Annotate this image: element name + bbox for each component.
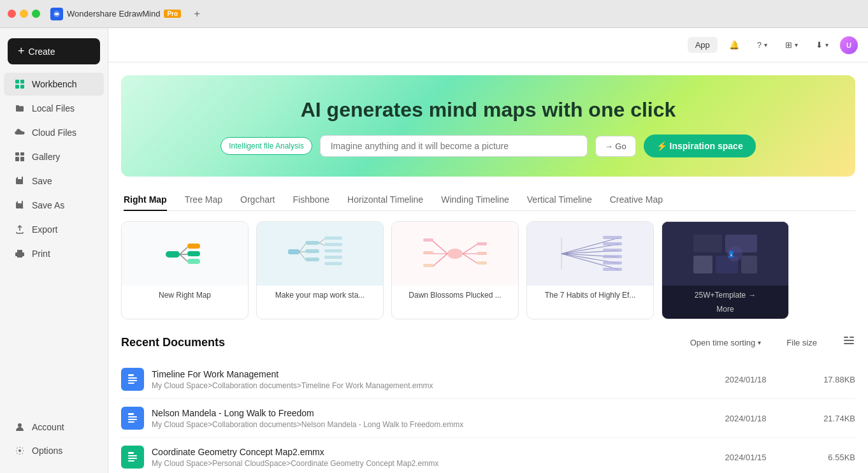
template-more-img: 👤 +	[662, 222, 788, 286]
svg-rect-28	[324, 243, 342, 246]
help-button[interactable]: ? ▾	[751, 36, 774, 54]
sidebar-item-workbench[interactable]: Workbench	[4, 73, 104, 96]
filesize-col-header: File size	[786, 338, 817, 347]
bell-icon: 🔔	[729, 40, 739, 50]
app-identity: Wondershare EdrawMind Pro	[50, 8, 181, 20]
doc-size-1: 21.74KB	[792, 414, 855, 423]
svg-line-14	[180, 254, 187, 261]
svg-rect-75	[128, 416, 137, 418]
help-icon: ?	[757, 40, 762, 50]
app-title: Wondershare EdrawMind	[67, 9, 160, 18]
banner-title: AI generates mind maps with one click	[134, 98, 843, 122]
svg-rect-43	[477, 252, 487, 255]
go-button[interactable]: → Go	[595, 136, 636, 157]
sidebar-gallery-label: Gallery	[32, 152, 60, 162]
sidebar-item-gallery[interactable]: Gallery	[4, 145, 104, 168]
svg-line-21	[300, 252, 305, 259]
template-card-dawn-blossoms[interactable]: Dawn Blossoms Plucked ...	[391, 221, 519, 319]
doc-row-1[interactable]: Nelson Mandela - Long Walk to Freedom My…	[121, 399, 855, 438]
inspiration-button[interactable]: ⚡ Inspiration space	[644, 135, 756, 157]
doc-size-2: 6.55KB	[792, 453, 855, 462]
bell-button[interactable]: 🔔	[723, 36, 746, 54]
tab-fishbone[interactable]: Fishbone	[293, 189, 330, 211]
sidebar-item-cloud-files[interactable]: Cloud Files	[4, 121, 104, 144]
svg-rect-27	[324, 236, 342, 240]
svg-line-26	[319, 243, 324, 245]
svg-line-19	[300, 244, 305, 252]
doc-path-0: My Cloud Space>Collaboration documents>T…	[152, 381, 700, 390]
download-icon: ⬇	[816, 40, 823, 50]
tab-tree-map[interactable]: Tree Map	[185, 189, 222, 211]
tab-winding-timeline[interactable]: Winding Timeline	[441, 189, 509, 211]
tab-creative-map[interactable]: Creative Map	[610, 189, 663, 211]
svg-rect-40	[423, 251, 433, 254]
template-card-seven-habits-label: The 7 Habits of Highly Ef...	[527, 286, 653, 305]
svg-rect-66	[844, 337, 848, 338]
download-button[interactable]: ⬇ ▾	[809, 36, 835, 54]
svg-rect-29	[324, 249, 342, 252]
doc-row-2[interactable]: Coordinate Geometry Concept Map2.emmx My…	[121, 438, 855, 473]
template-card-img-blank	[122, 222, 248, 286]
banner: AI generates mind maps with one click In…	[121, 75, 855, 177]
avatar[interactable]: U	[840, 36, 858, 54]
sort-button[interactable]: Open time sorting ▾	[690, 338, 762, 347]
doc-date-0: 2024/01/18	[707, 375, 784, 384]
tab-horizontal-timeline[interactable]: Horizontal Timeline	[347, 189, 423, 211]
tab-orgchart[interactable]: Orgchart	[240, 189, 275, 211]
sidebar-print-label: Print	[32, 249, 50, 259]
sidebar-item-print[interactable]: Print	[4, 242, 104, 265]
doc-icon-0	[121, 368, 144, 391]
maximize-window-btn[interactable]	[32, 10, 40, 18]
doc-name-1: Nelson Mandela - Long Walk to Freedom	[152, 408, 700, 418]
save-as-icon	[14, 200, 25, 211]
sidebar-item-export[interactable]: Export	[4, 218, 104, 241]
sort-chevron-icon: ▾	[758, 339, 761, 346]
svg-rect-53	[603, 242, 622, 245]
minimize-window-btn[interactable]	[20, 10, 28, 18]
new-tab-button[interactable]: +	[190, 7, 204, 21]
banner-search-input[interactable]	[320, 135, 588, 157]
close-window-btn[interactable]	[8, 10, 16, 18]
view-toggle-icon[interactable]	[843, 335, 855, 350]
recent-header-right: Open time sorting ▾ File size	[690, 335, 855, 350]
create-button[interactable]: + Create	[8, 38, 100, 64]
svg-rect-2	[20, 80, 24, 84]
app-button[interactable]: App	[688, 37, 718, 53]
svg-rect-74	[128, 413, 134, 415]
sidebar-item-account[interactable]: Account	[4, 416, 104, 439]
svg-rect-76	[128, 419, 137, 420]
create-plus-icon: +	[18, 45, 25, 58]
svg-rect-80	[128, 458, 137, 459]
svg-rect-8	[20, 157, 24, 161]
avatar-initials: U	[846, 41, 851, 49]
svg-line-33	[433, 241, 447, 254]
template-more-25w-label: 25W+Template →	[662, 286, 788, 305]
doc-icon-2	[121, 446, 144, 469]
doc-row-0[interactable]: Timeline For Work Management My Cloud Sp…	[121, 360, 855, 399]
svg-line-35	[433, 254, 447, 266]
doc-icon-1	[121, 407, 144, 430]
template-card-map-work[interactable]: Make your map work sta...	[256, 221, 384, 319]
svg-rect-69	[850, 337, 854, 338]
template-card-new-right-map[interactable]: New Right Map	[121, 221, 249, 319]
svg-rect-62	[741, 256, 757, 273]
tab-vertical-timeline[interactable]: Vertical Timeline	[527, 189, 592, 211]
sidebar-item-local-files[interactable]: Local Files	[4, 97, 104, 120]
intelligent-analysis-tag[interactable]: Intelligent file Analysis	[221, 137, 312, 155]
doc-date-1: 2024/01/18	[707, 414, 784, 423]
grid-button[interactable]: ⊞ ▾	[779, 36, 804, 54]
svg-rect-24	[305, 258, 319, 261]
gallery-icon	[14, 151, 25, 163]
svg-line-36	[463, 244, 477, 254]
sidebar: + Create Workbench Local Files	[0, 28, 108, 473]
template-card-seven-habits[interactable]: The 7 Habits of Highly Ef...	[526, 221, 654, 319]
account-icon	[14, 421, 25, 433]
sidebar-item-options[interactable]: Options	[4, 439, 104, 462]
template-card-more[interactable]: 👤 + 25W+Template → More	[662, 221, 789, 319]
grid-icon: ⊞	[785, 40, 792, 50]
svg-rect-39	[423, 238, 433, 242]
svg-rect-81	[128, 460, 134, 462]
sidebar-item-save[interactable]: Save	[4, 170, 104, 193]
tab-right-map[interactable]: Right Map	[124, 189, 167, 211]
sidebar-item-save-as[interactable]: Save As	[4, 194, 104, 217]
